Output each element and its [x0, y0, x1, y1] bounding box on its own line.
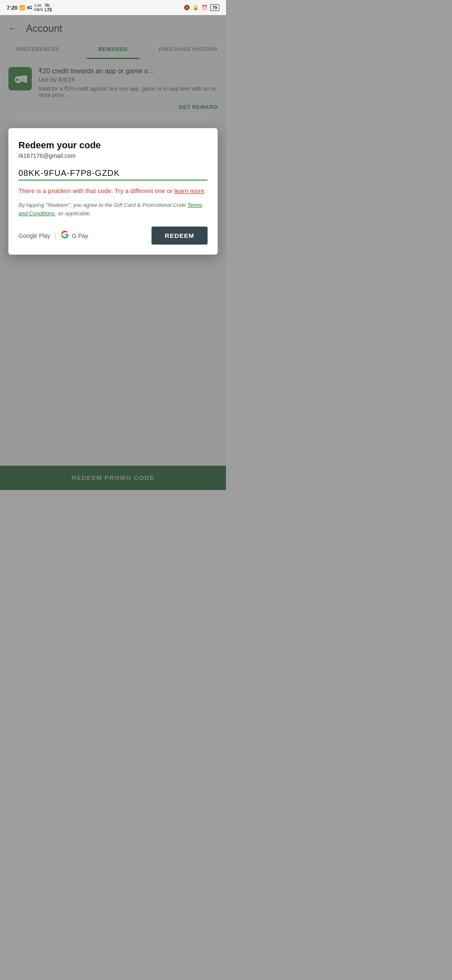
battery-indicator: 79 — [210, 4, 219, 11]
network-icon: 4G — [27, 5, 32, 10]
code-input-wrapper[interactable] — [18, 168, 208, 181]
gpay-text: G Pay — [72, 232, 88, 239]
gpay-g-icon — [60, 230, 69, 241]
error-message: There is a problem with that code. Try a… — [18, 186, 208, 195]
redeem-dialog: Redeem your code rk167176@gmail.com Ther… — [8, 128, 218, 255]
volte-icon: VoLTE — [45, 3, 52, 12]
status-time: 7:20 — [7, 5, 18, 11]
dialog-email: rk167176@gmail.com — [18, 152, 208, 159]
terms-text: By tapping "Redeem", you agree to the Gi… — [18, 201, 208, 217]
signal-icon: 📶 — [19, 5, 25, 10]
speed-text: 1.00KB/S — [34, 3, 43, 12]
app-background: ← Account PREFERENCES REWARDS PURCHASE H… — [0, 15, 226, 490]
google-play-logo: Google Play | G Pay — [18, 230, 88, 241]
vibrate-icon: 🔕 — [184, 5, 190, 10]
status-bar: 7:20 📶 4G 1.00KB/S VoLTE 🔕 🔒 ⏰ 79 — [0, 0, 226, 15]
status-right: 🔕 🔒 ⏰ 79 — [184, 4, 219, 11]
redeem-button[interactable]: REDEEM — [152, 227, 208, 245]
dialog-title: Redeem your code — [18, 140, 208, 151]
g-logo-svg — [60, 230, 69, 239]
alarm-icon: ⏰ — [201, 5, 208, 10]
lock-icon: 🔒 — [193, 5, 199, 10]
learn-more-link[interactable]: learn more — [174, 187, 204, 194]
divider: | — [54, 232, 56, 239]
google-play-text: Google Play — [18, 232, 50, 239]
code-input[interactable] — [18, 168, 208, 178]
dialog-footer: Google Play | G Pay REDEEM — [18, 227, 208, 245]
status-left: 7:20 📶 4G 1.00KB/S VoLTE — [7, 3, 52, 12]
